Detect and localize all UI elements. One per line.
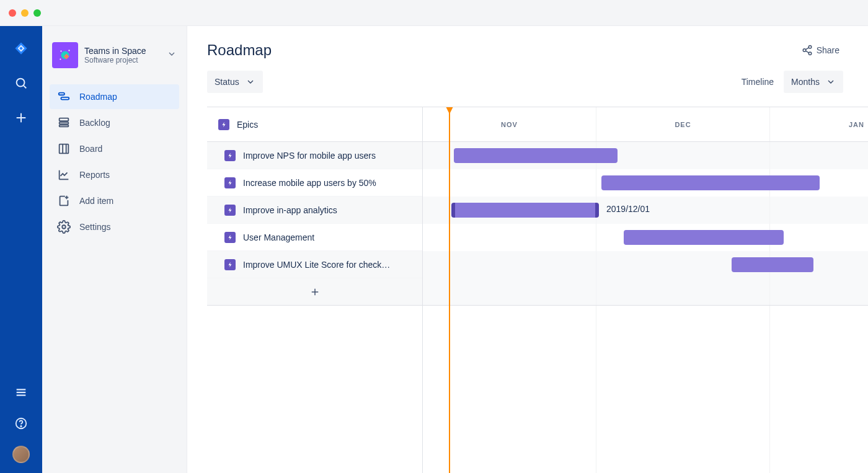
epic-label: Improve in-app analytics <box>243 205 337 215</box>
sidebar-item-label: Add item <box>79 196 113 206</box>
gantt-row <box>423 251 868 278</box>
roadmap-gantt: Epics Improve NPS for mobile app users I… <box>207 107 868 473</box>
epic-row[interactable]: Improve in-app analytics <box>207 197 422 224</box>
sidebar-item-label: Settings <box>79 222 111 232</box>
sidebar-item-roadmap[interactable]: Roadmap <box>50 84 179 109</box>
epic-label: Improve UMUX Lite Score for check… <box>243 260 390 270</box>
window-close-button[interactable] <box>9 9 16 17</box>
gantt-row <box>423 224 868 251</box>
month-column-header: JAN <box>770 107 868 141</box>
svg-point-25 <box>803 49 806 52</box>
jira-logo-icon[interactable] <box>12 40 30 57</box>
sidebar-item-backlog[interactable]: Backlog <box>50 110 179 135</box>
epic-icon <box>224 205 236 216</box>
project-switcher[interactable]: Teams in Space Software project <box>50 40 179 71</box>
menu-icon[interactable] <box>12 384 30 401</box>
status-filter-label: Status <box>215 77 239 87</box>
timeline-label: Timeline <box>742 77 774 87</box>
month-column-header: DEC <box>596 107 770 141</box>
gantt-timeline[interactable]: NOVDECJAN 2019/12/01 <box>423 107 868 473</box>
sidebar-item-label: Reports <box>79 170 110 180</box>
project-name: Teams in Space <box>84 46 161 56</box>
svg-point-23 <box>62 225 66 229</box>
svg-rect-17 <box>60 125 69 127</box>
today-marker <box>449 107 450 473</box>
epic-icon <box>224 232 236 243</box>
share-label: Share <box>817 45 839 55</box>
page-title: Roadmap <box>207 42 272 59</box>
gantt-epic-list: Epics Improve NPS for mobile app users I… <box>207 107 423 473</box>
window-title-bar <box>0 0 868 26</box>
sidebar-item-label: Roadmap <box>79 92 117 102</box>
sidebar-item-label: Board <box>79 144 102 154</box>
help-icon[interactable] <box>12 415 30 432</box>
chevron-down-icon <box>826 77 836 87</box>
chevron-down-icon <box>246 77 255 87</box>
window-zoom-button[interactable] <box>33 9 41 17</box>
project-type: Software project <box>84 56 161 64</box>
scale-label: Months <box>791 77 820 87</box>
svg-point-26 <box>808 52 812 55</box>
svg-rect-16 <box>60 122 69 124</box>
sidebar-item-label: Backlog <box>79 118 110 128</box>
epic-bar[interactable] <box>624 230 784 245</box>
sidebar-item-reports[interactable]: Reports <box>50 162 179 187</box>
gantt-row <box>423 142 868 169</box>
share-icon <box>802 45 813 56</box>
bar-date-label: 2019/12/01 <box>606 204 650 214</box>
svg-point-11 <box>68 50 69 51</box>
status-filter[interactable]: Status <box>207 71 263 93</box>
svg-rect-15 <box>60 118 69 122</box>
project-avatar-icon <box>52 42 78 68</box>
create-epic-button[interactable] <box>207 278 422 306</box>
epic-bar[interactable] <box>732 257 813 272</box>
svg-line-1 <box>24 86 26 88</box>
svg-point-0 <box>17 79 25 87</box>
gantt-row: 2019/12/01 <box>423 197 868 224</box>
svg-rect-14 <box>61 97 69 100</box>
project-sidebar: Teams in Space Software project Roadmap … <box>42 26 187 473</box>
epic-label: Improve NPS for mobile app users <box>243 151 376 161</box>
svg-point-10 <box>60 50 61 51</box>
svg-line-28 <box>805 51 808 53</box>
epic-bar[interactable] <box>601 175 820 190</box>
epic-label: Increase mobile app users by 50% <box>243 178 376 188</box>
svg-rect-13 <box>59 93 64 95</box>
svg-rect-18 <box>60 144 69 154</box>
window-minimize-button[interactable] <box>21 9 29 17</box>
gantt-epic-header: Epics <box>207 107 422 142</box>
sidebar-item-board[interactable]: Board <box>50 136 179 161</box>
global-rail <box>0 26 42 473</box>
epic-bar[interactable] <box>454 148 618 163</box>
svg-point-8 <box>20 426 21 427</box>
main-content: Roadmap Share Status Timeline Months <box>187 26 868 473</box>
sidebar-item-settings[interactable]: Settings <box>50 214 179 239</box>
create-icon[interactable] <box>12 109 30 126</box>
scale-select[interactable]: Months <box>784 71 843 93</box>
chevron-down-icon <box>167 49 177 61</box>
epic-row[interactable]: User Management <box>207 224 422 251</box>
epic-row[interactable]: Improve NPS for mobile app users <box>207 142 422 169</box>
gantt-row <box>423 169 868 197</box>
epic-bar[interactable] <box>451 203 599 218</box>
epic-label: User Management <box>243 232 314 242</box>
search-icon[interactable] <box>12 74 30 92</box>
epic-icon <box>224 150 236 161</box>
epic-row[interactable]: Increase mobile app users by 50% <box>207 169 422 197</box>
epic-icon <box>218 119 229 130</box>
epic-row[interactable]: Improve UMUX Lite Score for check… <box>207 251 422 278</box>
svg-point-24 <box>808 46 812 49</box>
user-avatar[interactable] <box>12 446 30 463</box>
epic-icon <box>224 177 236 188</box>
epic-icon <box>224 259 236 270</box>
plus-icon <box>309 286 321 298</box>
share-button[interactable]: Share <box>798 41 843 60</box>
svg-point-12 <box>60 58 61 60</box>
svg-line-27 <box>805 48 808 50</box>
epic-header-label: Epics <box>237 120 258 130</box>
sidebar-item-add-item[interactable]: Add item <box>50 188 179 213</box>
